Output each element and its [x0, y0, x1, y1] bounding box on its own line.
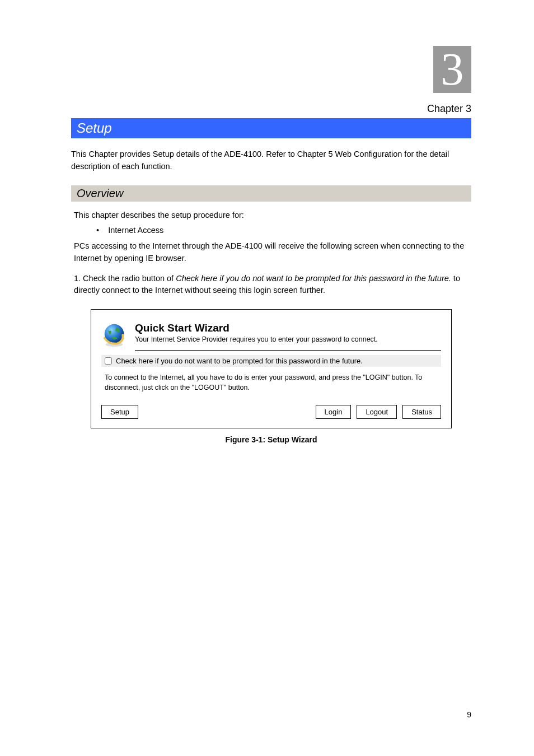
section-body: This chapter describes the setup procedu… — [74, 209, 471, 265]
remember-checkbox[interactable] — [105, 357, 112, 365]
wizard-instructions: To connect to the Internet, all you have… — [105, 372, 441, 393]
setup-button[interactable]: Setup — [101, 405, 138, 419]
section-p2: PCs accessing to the Internet through th… — [74, 240, 471, 265]
wizard-dialog: Quick Start Wizard Your Internet Service… — [91, 309, 452, 428]
wizard-header: Quick Start Wizard Your Internet Service… — [101, 322, 441, 351]
status-button[interactable]: Status — [402, 405, 441, 419]
remember-checkbox-label: Check here if you do not want to be prom… — [116, 357, 363, 365]
chapter-number: 3 — [441, 46, 464, 92]
wizard-subtitle: Your Internet Service Provider requires … — [135, 335, 441, 343]
wizard-body: Check here if you do not want to be prom… — [101, 355, 441, 419]
wizard-button-row: Setup Login Logout Status — [101, 405, 441, 419]
section-p1: This chapter describes the setup procedu… — [74, 209, 471, 222]
section-bullet: • Internet Access — [96, 225, 471, 237]
logout-button[interactable]: Logout — [357, 405, 397, 419]
login-button[interactable]: Login — [316, 405, 352, 419]
section-heading: Overview — [71, 185, 471, 202]
remember-checkbox-row[interactable]: Check here if you do not want to be prom… — [101, 355, 441, 367]
intro-paragraph: This Chapter provides Setup details of t… — [71, 148, 471, 173]
wizard-title: Quick Start Wizard — [135, 322, 441, 334]
globe-icon — [101, 322, 127, 348]
page-content: Setup This Chapter provides Setup detail… — [71, 118, 471, 444]
wizard-title-block: Quick Start Wizard Your Internet Service… — [135, 322, 441, 351]
page-number: 9 — [467, 710, 471, 719]
step-1: 1. Check the radio button of Check here … — [74, 273, 471, 297]
chapter-label: Chapter 3 — [427, 103, 471, 115]
chapter-title-bar: Setup — [71, 118, 471, 138]
chapter-badge: 3 — [433, 46, 471, 93]
figure-caption: Figure 3-1: Setup Wizard — [71, 435, 471, 444]
